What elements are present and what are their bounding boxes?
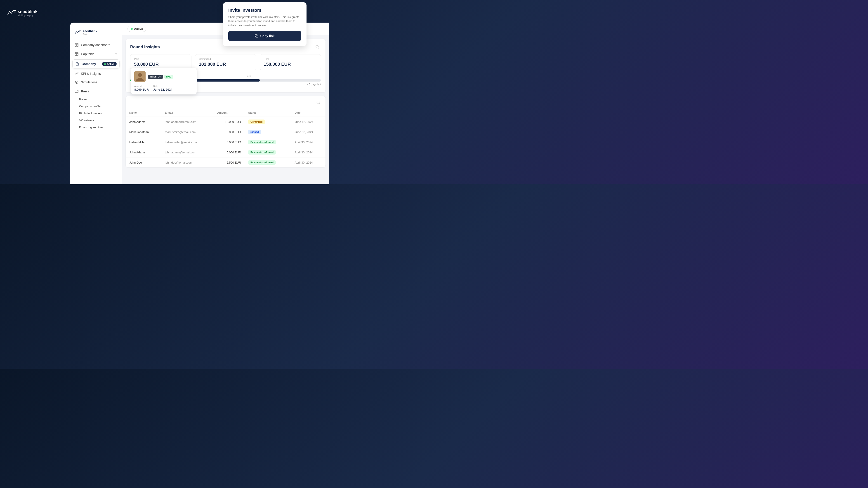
badge-investor: INVESTOR [148,75,163,78]
cell-name: Mark Jonathan [126,127,161,137]
metric-goal: Goal 150.000 EUR [260,54,321,70]
sidebar-item-simulations[interactable]: Simulations [70,78,122,87]
table-row: Hellen Miller hellen.miller@email.com 8.… [126,137,326,147]
cell-email: john.doe@email.com [161,158,214,168]
cell-email: hellen.miller@email.com [161,137,214,147]
sidebar-logo-sub: Equity [83,33,97,35]
active-dot [104,63,106,65]
active-label: Active [134,27,143,31]
sidebar-sub-pitch-deck[interactable]: Pitch deck review [70,110,122,117]
brand-area: seedblink all things equity [7,9,37,17]
sidebar-sub-raise[interactable]: Raise [70,96,122,103]
simulations-icon [74,80,79,84]
table-row: John Adams john.adams@email.com 5.000 EU… [126,147,326,158]
metric-committed: Committed 102.000 EUR [195,54,256,70]
investor-amount-value: 8.000 EUR [134,88,149,91]
table-icon [74,52,79,56]
investor-details: Amount 8.000 EUR Date June 12, 2024 [134,85,193,91]
cell-date: April 30, 2024 [291,137,326,147]
sidebar-item-raise[interactable]: Raise − [70,87,122,96]
status-badge: Commited [248,120,265,124]
badge-paid: PAID [164,75,173,78]
cell-amount: 5.000 EUR [214,127,245,137]
sidebar-item-kpi[interactable]: KPI & Insights [70,69,122,78]
metric-paid-value: 50.000 EUR [134,62,188,67]
cell-amount: 6.500 EUR [214,158,245,168]
col-date: Date [291,109,326,117]
sidebar-logo: seedblink Equity [70,27,122,41]
cell-status: Payment confirmed [245,137,291,147]
sidebar-item-cap-table[interactable]: Cap table + [70,49,122,59]
grid-icon [74,43,79,47]
sidebar-label-simulations: Simulations [81,80,97,84]
sidebar-item-company-dashboard[interactable]: Company dashboard [70,41,122,49]
sidebar-label-cap-table: Cap table [81,52,94,56]
company-name: Company [82,62,100,66]
chart-icon [74,72,79,76]
cell-email: john.adams@email.com [161,117,214,127]
table-header-row [126,96,326,109]
cell-email: john.adams@email.com [161,147,214,158]
status-badge: Signed [248,130,261,134]
investor-tooltip-badges: INVESTOR PAID [148,75,173,78]
cell-status: Signed [245,127,291,137]
sidebar-item-company[interactable]: Company Active [72,59,120,68]
table-section: Name E-mail Amount Status Date John Adam… [126,96,326,167]
metric-committed-value: 102.000 EUR [199,62,252,67]
svg-rect-8 [76,62,78,63]
investor-date-item: Date June 12, 2024 [153,85,173,91]
table-row: John Adams john.adams@email.com 12.000 E… [126,117,326,127]
svg-rect-2 [75,45,76,46]
company-icon [75,62,79,66]
table-search-button[interactable] [315,99,322,106]
metric-goal-label: Goal [264,58,317,60]
investor-date-label: Date [153,85,173,88]
company-active-badge: Active [102,62,117,66]
invite-title: Invite investors [228,8,301,13]
cell-status: Commited [245,117,291,127]
cell-name: John Adams [126,117,161,127]
brand-sub: all things equity [18,14,37,17]
cell-name: Hellen Miller [126,137,161,147]
table-row: Mark Jonathan mark.smith@email.com 5.000… [126,127,326,137]
raise-icon [74,89,79,93]
sidebar-raise-label: Raise [81,90,89,93]
col-amount: Amount [214,109,245,117]
copy-link-button[interactable]: Copy link [228,31,301,41]
cell-amount: 5.000 EUR [214,147,245,158]
invite-description: Share your private invite link with inve… [228,15,301,27]
cell-date: April 30, 2024 [291,158,326,168]
svg-point-9 [78,72,79,73]
cell-status: Payment confirmed [245,147,291,158]
svg-point-20 [138,73,142,77]
brand-logo: seedblink all things equity [7,9,37,17]
svg-rect-21 [256,35,258,37]
col-status: Status [245,109,291,117]
investor-avatar [134,71,146,82]
sidebar-label-kpi: KPI & Insights [81,72,101,75]
investor-badges-row: INVESTOR PAID [148,75,173,78]
svg-rect-3 [77,45,78,46]
status-badge: Payment confirmed [248,140,276,144]
svg-rect-0 [75,43,76,45]
sidebar-sub-vc-network[interactable]: VC network [70,117,122,124]
sidebar-sub-company-profile[interactable]: Company profile [70,103,122,110]
round-search-button[interactable] [314,43,321,51]
invite-popup: Invite investors Share your private invi… [223,2,307,46]
cell-name: John Doe [126,158,161,168]
cell-date: April 30, 2024 [291,147,326,158]
investor-date-value: June 12, 2024 [153,88,173,91]
svg-point-11 [76,82,77,83]
cell-status: Payment confirmed [245,158,291,168]
investor-amount-item: Amount 8.000 EUR [134,85,149,91]
sidebar-sub-financing[interactable]: Financing services [70,124,122,131]
metric-paid-label: Paid [134,58,188,60]
cap-table-plus-icon[interactable]: + [115,52,117,56]
col-email: E-mail [161,109,214,117]
investor-amount-label: Amount [134,85,149,88]
pct-62-label: 62% [247,75,251,77]
raise-collapse-icon[interactable]: − [115,89,117,94]
main-content: Active Round insights Paid 50.000 EUR [122,23,329,184]
metric-goal-value: 150.000 EUR [264,62,317,67]
cell-name: John Adams [126,147,161,158]
